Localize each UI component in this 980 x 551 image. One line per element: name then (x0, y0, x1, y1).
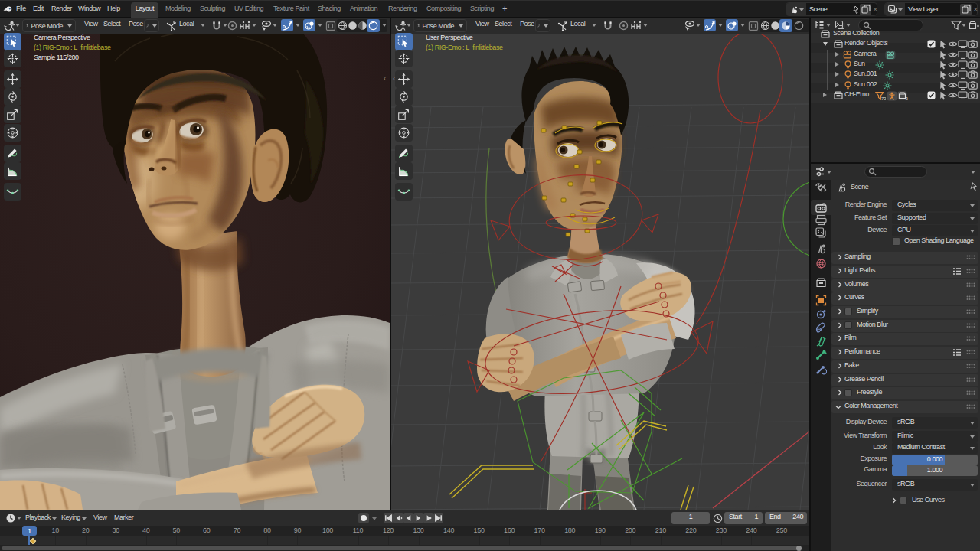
svg-text:3: 3 (906, 96, 909, 101)
svg-text:73: 73 (881, 96, 886, 101)
